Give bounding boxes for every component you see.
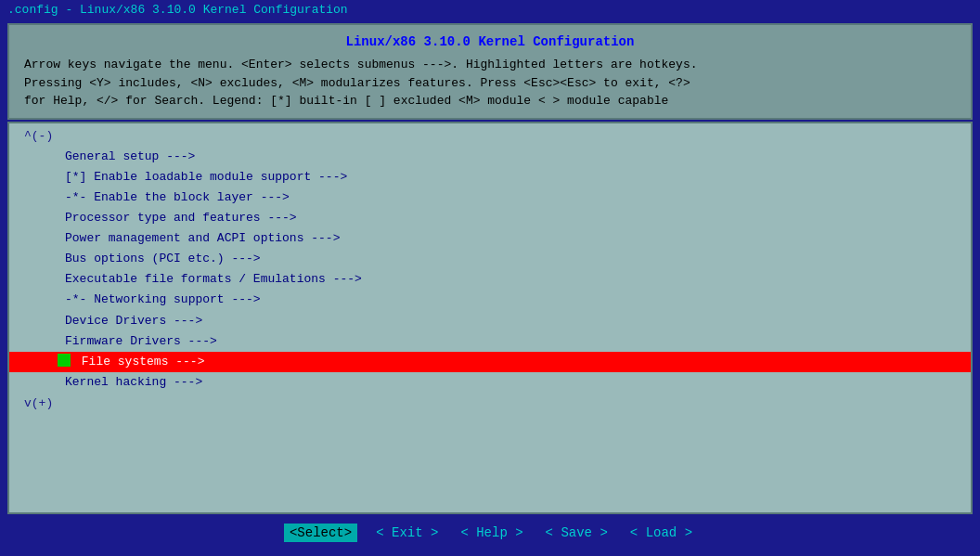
item-label: Bus options (PCI etc.) ---> bbox=[65, 252, 261, 265]
load-button[interactable]: < Load > bbox=[626, 524, 696, 542]
main-container: Linux/x86 3.10.0 Kernel Configuration Ar… bbox=[0, 19, 980, 555]
item-prefix: -*- bbox=[65, 190, 94, 204]
menu-container: ^(-) General setup ---> [*] Enable loada… bbox=[7, 122, 973, 515]
menu-nav-top: ^(-) bbox=[9, 129, 971, 143]
header-line2: Pressing <Y> includes, <N> excludes, <M>… bbox=[24, 74, 956, 93]
list-item[interactable]: Bus options (PCI etc.) ---> bbox=[9, 249, 971, 269]
list-item[interactable]: Firmware Drivers ---> bbox=[9, 331, 971, 352]
list-item[interactable]: -*- Networking support ---> bbox=[9, 290, 971, 310]
list-item[interactable]: Device Drivers ---> bbox=[9, 311, 971, 331]
list-item[interactable]: Kernel hacking ---> bbox=[9, 372, 971, 393]
list-item[interactable]: [*] Enable loadable module support ---> bbox=[9, 167, 971, 187]
save-button[interactable]: < Save > bbox=[542, 524, 612, 542]
header-line3: for Help, </> for Search. Legend: [*] bu… bbox=[24, 92, 956, 110]
select-button[interactable]: <Select> bbox=[284, 524, 357, 542]
item-label: Networking support ---> bbox=[94, 292, 260, 306]
item-label: Device Drivers ---> bbox=[65, 314, 202, 328]
title-bar: .config - Linux/x86 3.10.0 Kernel Config… bbox=[0, 0, 980, 19]
list-item[interactable]: -*- Enable the block layer ---> bbox=[9, 187, 971, 208]
title-bar-text: .config - Linux/x86 3.10.0 Kernel Config… bbox=[7, 3, 348, 17]
selected-indicator bbox=[58, 354, 71, 367]
header-title: Linux/x86 3.10.0 Kernel Configuration bbox=[24, 32, 956, 52]
item-prefix: [*] bbox=[65, 170, 94, 184]
item-prefix: -*- bbox=[65, 292, 94, 306]
item-label: Power management and ACPI options ---> bbox=[65, 231, 340, 245]
item-label: Processor type and features ---> bbox=[65, 211, 297, 225]
header-line1: Arrow keys navigate the menu. <Enter> se… bbox=[24, 56, 956, 74]
item-label: Executable file formats / Emulations ---… bbox=[65, 272, 362, 286]
menu-nav-bottom: v(+) bbox=[9, 396, 971, 410]
list-item[interactable]: General setup ---> bbox=[9, 147, 971, 167]
list-item[interactable]: Power management and ACPI options ---> bbox=[9, 228, 971, 249]
header-box: Linux/x86 3.10.0 Kernel Configuration Ar… bbox=[7, 23, 973, 120]
item-label: File systems ---> bbox=[82, 355, 205, 369]
exit-button[interactable]: < Exit > bbox=[372, 524, 442, 542]
item-label: Kernel hacking ---> bbox=[65, 375, 202, 389]
button-bar: <Select> < Exit > < Help > < Save > < Lo… bbox=[7, 514, 973, 551]
list-item[interactable]: Processor type and features ---> bbox=[9, 208, 971, 228]
list-item-selected[interactable]: File systems ---> bbox=[9, 352, 971, 372]
item-label: Firmware Drivers ---> bbox=[65, 334, 217, 348]
item-label: Enable the block layer ---> bbox=[94, 190, 290, 204]
help-button[interactable]: < Help > bbox=[457, 524, 526, 542]
item-label: Enable loadable module support ---> bbox=[94, 170, 347, 184]
item-label: General setup ---> bbox=[65, 149, 195, 163]
list-item[interactable]: Executable file formats / Emulations ---… bbox=[9, 269, 971, 290]
